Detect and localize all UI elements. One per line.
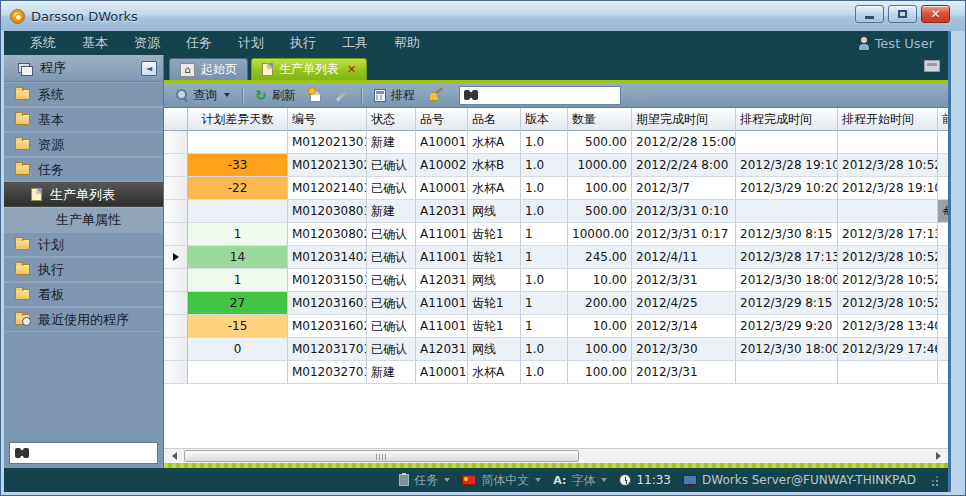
table-row[interactable]: M012032701新建A10001水杯A1.0100.002012/3/31 [164,361,948,384]
scroll-left-arrow-icon[interactable] [166,449,182,463]
menu-item[interactable]: 系统 [17,34,69,52]
table-row[interactable]: M012030801新建A12031网线1.0500.002012/3/31 0… [164,200,948,223]
row-selector[interactable] [164,315,188,338]
close-button[interactable]: ✕ [921,5,950,23]
table-cell: 齿轮1 [468,292,521,315]
table-row[interactable]: 27M012031601已确认A11001齿轮11200.002012/4/25… [164,292,948,315]
sidebar-item[interactable]: 最近使用的程序 [4,307,163,332]
menu-item[interactable]: 计划 [225,34,277,52]
row-selector[interactable] [164,223,188,246]
menu-item[interactable]: 基本 [69,34,121,52]
column-header[interactable]: 前 [938,108,948,131]
query-button[interactable]: 查询 [172,85,234,106]
status-font-menu[interactable]: A: 字体 [553,472,607,489]
sidebar-item[interactable]: 看板 [4,282,163,307]
scrollbar-thumb[interactable] [184,450,579,462]
orders-table: 计划差异天数编号状态品号品名版本数量期望完成时间排程完成时间排程开始时间前 M0… [164,108,948,448]
sidebar-item[interactable]: 计划 [4,232,163,257]
document-icon [31,188,42,201]
tab-active[interactable]: 生产单列表✕ [251,58,367,80]
table-cell: M012030802 [288,223,367,246]
table-row[interactable]: 1M012031501已确认A12031网线1.010.002012/3/312… [164,269,948,292]
table-row[interactable]: -22M012021401已确认A10001水杯A1.0100.002012/3… [164,177,948,200]
language-dropdown-caret-icon[interactable] [535,478,541,482]
sidebar-item[interactable]: 基本 [4,107,163,132]
schedule-button[interactable]: 排程 [370,85,419,106]
row-selector[interactable] [164,200,188,223]
table-cell: 1000.00 [568,154,632,177]
column-header[interactable]: 数量 [568,108,632,131]
menu-item[interactable]: 执行 [277,34,329,52]
refresh-button[interactable]: ↻ 刷新 [251,85,300,106]
table-cell: 14 [188,246,288,269]
sidebar-item[interactable]: 执行 [4,257,163,282]
column-header[interactable]: 排程完成时间 [736,108,838,131]
column-header[interactable]: 排程开始时间 [838,108,938,131]
menu-item[interactable]: 帮助 [381,34,433,52]
sidebar-item[interactable]: 资源 [4,132,163,157]
minimize-button[interactable] [855,5,884,23]
table-cell: A11001 [416,246,468,269]
horizontal-scrollbar[interactable] [164,448,948,463]
clean-button[interactable] [425,86,447,104]
row-selector[interactable] [164,177,188,200]
table-row[interactable]: M012021301新建A10001水杯A1.0500.002012/2/28 … [164,131,948,154]
tab-close-icon[interactable]: ✕ [347,64,356,75]
table-row[interactable]: -33M012021302已确认A10002水杯B1.01000.002012/… [164,154,948,177]
column-header[interactable]: 版本 [521,108,568,131]
table-cell: 已确认 [367,246,416,269]
column-header[interactable]: 状态 [367,108,416,131]
table-row[interactable]: 14M012031402已确认A11001齿轮11245.002012/4/11… [164,246,948,269]
tab-inactive[interactable]: ⌂起始页 [169,58,248,80]
column-header[interactable]: 品号 [416,108,468,131]
window-list-icon[interactable] [924,60,940,72]
row-selector[interactable] [164,338,188,361]
table-row[interactable]: -15M012031602已确认A11001齿轮1110.002012/3/14… [164,315,948,338]
row-selector[interactable] [164,269,188,292]
task-dropdown-caret-icon[interactable] [444,478,450,482]
column-header[interactable]: 品名 [468,108,521,131]
sidebar-item[interactable]: 系统 [4,82,163,107]
menu-item[interactable]: 任务 [173,34,225,52]
table-row[interactable]: 0M012031701已确认A12031网线1.0100.002012/3/30… [164,338,948,361]
query-dropdown-caret-icon[interactable] [224,93,230,97]
column-header[interactable]: 计划差异天数 [188,108,288,131]
app-client-area: 系统基本资源任务计划执行工具帮助 Test User 程序 ◄ 系统基本资源任务… [4,31,951,492]
row-selector[interactable] [164,131,188,154]
status-task-menu[interactable]: 任务 [399,472,450,489]
font-dropdown-caret-icon[interactable] [601,478,607,482]
toolbar-search-clear-icon[interactable]: × [636,89,647,102]
table-row[interactable]: 1M012030802已确认A11001齿轮1110000.002012/3/3… [164,223,948,246]
menu-items: 系统基本资源任务计划执行工具帮助 [17,34,433,52]
menu-item[interactable]: 资源 [121,34,173,52]
current-row-marker-icon [173,253,179,261]
toolbar-search-input[interactable] [478,88,636,103]
row-selector[interactable] [164,361,188,384]
edit-button[interactable] [331,92,353,99]
table-cell: A10001 [416,177,468,200]
row-selector[interactable] [164,292,188,315]
user-area[interactable]: Test User [858,36,948,51]
title-bar[interactable]: Darsson DWorks ✕ [1,1,966,31]
table-cell: 1.0 [521,338,568,361]
sidebar-item-selected[interactable]: 生产单列表 [4,182,163,207]
sidebar-item[interactable]: 任务 [4,157,163,182]
table-cell: A11001 [416,223,468,246]
column-header[interactable]: 编号 [288,108,367,131]
sidebar-collapse-button[interactable]: ◄ [141,61,157,76]
binoculars-icon [15,448,29,458]
row-selector[interactable] [164,246,188,269]
resize-grip[interactable] [930,474,938,486]
scroll-right-arrow-icon[interactable] [930,449,946,463]
new-button[interactable] [306,87,325,104]
user-name: Test User [875,36,934,51]
sidebar-item[interactable]: 生产单属性 [4,207,163,232]
restore-button[interactable] [888,5,917,23]
table-cell: M012021301 [288,131,367,154]
column-header[interactable]: 期望完成时间 [632,108,736,131]
table-cell: 网线 [468,338,521,361]
status-language-menu[interactable]: 简体中文 [462,472,541,489]
menu-item[interactable]: 工具 [329,34,381,52]
row-selector[interactable] [164,154,188,177]
refresh-label: 刷新 [272,87,296,104]
